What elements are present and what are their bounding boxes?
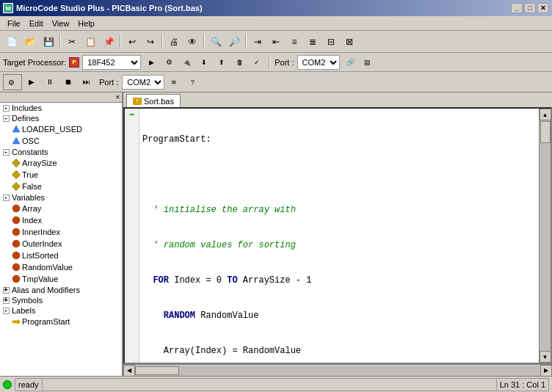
pause-button[interactable]: ⏸: [41, 74, 59, 90]
hscroll-thumb[interactable]: [135, 366, 179, 375]
copy-button[interactable]: 📋: [81, 33, 99, 51]
processor-select[interactable]: 18F452: [82, 55, 141, 70]
scroll-up-button[interactable]: ▲: [540, 109, 551, 120]
port-run-label: Port :: [96, 78, 121, 87]
format-button[interactable]: ⊠: [341, 33, 358, 51]
preview-button[interactable]: 👁: [184, 33, 201, 51]
tree-item-listsorted[interactable]: ListSorted: [9, 250, 122, 261]
hscroll-track[interactable]: [135, 366, 540, 376]
help-run-button[interactable]: ?: [184, 74, 201, 90]
code-editor[interactable]: ➡ ProgramStart: ' initialise the array w…: [123, 107, 552, 364]
tree-item-false[interactable]: False: [9, 181, 122, 192]
title-buttons[interactable]: _ □ ✕: [511, 3, 549, 13]
code-line-3: ' initialise the array with: [142, 204, 536, 216]
hscroll-left-button[interactable]: ◀: [123, 365, 135, 377]
scroll-track[interactable]: [540, 120, 551, 351]
port-select[interactable]: COM2: [297, 55, 340, 70]
tree-label-outerindex: OuterIndex: [22, 239, 62, 248]
port-run-select[interactable]: COM2: [122, 75, 164, 90]
app-icon: M: [3, 3, 13, 13]
tree-item-innerindex[interactable]: InnerIndex: [9, 226, 122, 238]
undo-button[interactable]: ↩: [123, 33, 141, 51]
redo-button[interactable]: ↪: [142, 33, 159, 51]
scroll-thumb[interactable]: [540, 121, 551, 143]
var2-icon-randomvalue: [10, 262, 22, 272]
tree-label-programstart: ProgramStart: [22, 317, 70, 326]
maximize-button[interactable]: □: [524, 3, 536, 13]
tree-item-true[interactable]: True: [9, 169, 122, 181]
stop-button[interactable]: ⏹: [59, 74, 77, 90]
indent-button[interactable]: ⇥: [249, 33, 266, 51]
tree-item-includes[interactable]: - Includes: [0, 103, 122, 113]
cut-button[interactable]: ✂: [63, 33, 81, 51]
tab-bar: f Sort.bas: [123, 92, 552, 107]
tree-item-defines[interactable]: - Defines: [0, 113, 122, 123]
expand-icon-alias: +: [1, 287, 10, 294]
find-button[interactable]: 🔍: [207, 33, 225, 51]
paste-button[interactable]: 📌: [100, 33, 117, 51]
read-button[interactable]: ⬆: [214, 55, 229, 70]
svg-point-12: [12, 264, 20, 271]
expand-icon-variables: -: [1, 195, 10, 201]
svg-marker-2: [12, 126, 20, 132]
hscroll-right-button[interactable]: ▶: [540, 365, 552, 377]
tree-item-loader-used[interactable]: LOADER_USED: [9, 123, 122, 135]
tree-item-alias[interactable]: + Alias and Modifiers: [0, 285, 122, 295]
processor-browse-button[interactable]: ▶: [144, 55, 159, 70]
code-content[interactable]: ProgramStart: ' initialise the array wit…: [139, 109, 539, 363]
menu-edit[interactable]: Edit: [25, 18, 48, 29]
compile-button[interactable]: ⚙: [3, 74, 22, 90]
minimize-button[interactable]: _: [511, 3, 523, 13]
svg-point-11: [12, 252, 20, 259]
tree-label-true: True: [22, 170, 38, 179]
menu-view[interactable]: View: [48, 18, 74, 29]
status-ready-text: ready: [18, 380, 39, 389]
tree-item-variables[interactable]: - Variables: [0, 192, 122, 203]
tree-item-labels[interactable]: - Labels: [0, 305, 122, 316]
tab-label: Sort.bas: [144, 97, 174, 106]
tree-item-osc[interactable]: OSC: [9, 135, 122, 147]
horizontal-scrollbar[interactable]: ◀ ▶: [123, 364, 552, 376]
tree-close-button[interactable]: ✕: [0, 92, 122, 103]
erase-button[interactable]: 🗑: [232, 55, 247, 70]
code-line-7: Array(Index) = RandomValue: [142, 345, 536, 357]
tree-item-tmpvalue[interactable]: TmpValue: [9, 273, 122, 285]
find-replace-button[interactable]: 🔎: [225, 33, 243, 51]
open-button[interactable]: 📂: [21, 33, 39, 51]
close-button[interactable]: ✕: [537, 3, 549, 13]
outdent-button[interactable]: ⇤: [267, 33, 285, 51]
tree-panel: ✕ - Includes - Defines LOADER_USED: [0, 92, 123, 376]
tree-item-symbols[interactable]: + Symbols: [0, 295, 122, 305]
uart-button[interactable]: ≋: [165, 74, 183, 90]
tab-sort-bas[interactable]: f Sort.bas: [126, 94, 181, 107]
tree-item-index[interactable]: Index: [9, 214, 122, 226]
verify-button[interactable]: ✓: [250, 55, 264, 70]
svg-rect-4: [12, 159, 20, 167]
code-line-4: ' random values for sorting: [142, 239, 536, 251]
tree-item-randomvalue[interactable]: RandomValue: [9, 261, 122, 273]
new-button[interactable]: 📄: [3, 33, 21, 51]
config-button[interactable]: ⚙: [161, 55, 176, 70]
uncomment-button[interactable]: ≣: [304, 33, 322, 51]
vertical-scrollbar[interactable]: ▲ ▼: [539, 109, 551, 363]
connect-button[interactable]: 🔗: [343, 55, 357, 70]
tree-item-arraysize[interactable]: ArraySize: [9, 157, 122, 169]
main-toolbar: 📄 📂 💾 ✂ 📋 📌 ↩ ↪ 🖨 👁 🔍 🔎 ⇥ ⇤ ≡ ≣ ⊟ ⊠: [0, 31, 552, 53]
scroll-down-button[interactable]: ▼: [540, 351, 551, 363]
run-button[interactable]: ▶: [23, 74, 40, 90]
tree-item-array[interactable]: Array: [9, 203, 122, 214]
tree-label-variables: Variables: [12, 193, 45, 202]
chip-button[interactable]: 🔌: [179, 55, 194, 70]
comment-button[interactable]: ≡: [286, 33, 303, 51]
prog-button[interactable]: ⬇: [197, 55, 211, 70]
menu-help[interactable]: Help: [73, 18, 99, 29]
menu-file[interactable]: File: [3, 18, 25, 29]
print-button[interactable]: 🖨: [165, 33, 183, 51]
tree-item-outerindex[interactable]: OuterIndex: [9, 238, 122, 250]
terminal-button[interactable]: ▤: [360, 55, 375, 70]
align-button[interactable]: ⊟: [322, 33, 340, 51]
tree-item-programstart[interactable]: ➡ ProgramStart: [9, 316, 122, 327]
step-button[interactable]: ⏭: [78, 74, 95, 90]
tree-item-constants[interactable]: - Constants: [0, 147, 122, 157]
save-button[interactable]: 💾: [40, 33, 57, 51]
